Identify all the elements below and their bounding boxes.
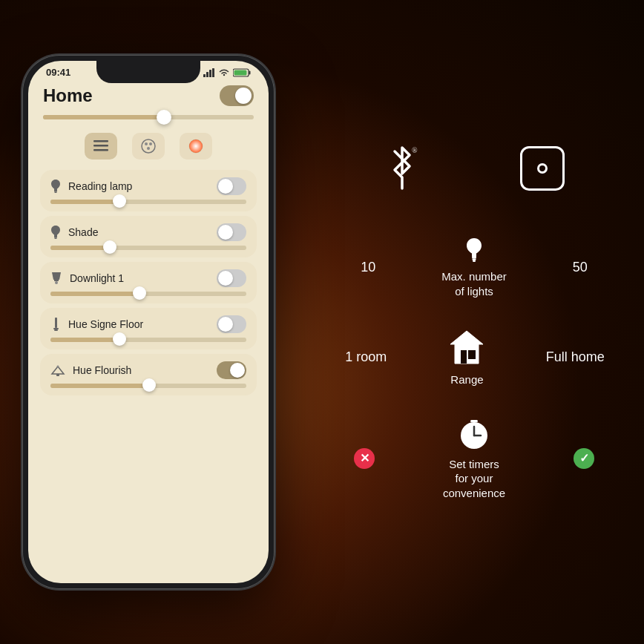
svg-rect-22	[55, 318, 57, 328]
status-time: 09:41	[46, 67, 70, 78]
signe-floor-icon	[50, 316, 61, 332]
timer-icon	[457, 417, 491, 451]
brightness-slider[interactable]	[43, 115, 254, 119]
tab-list[interactable]	[85, 133, 117, 160]
home-toggle[interactable]	[220, 85, 254, 106]
light-name-shade: Shade	[68, 226, 98, 238]
range-center: Range	[422, 328, 511, 387]
svg-rect-0	[203, 74, 206, 77]
max-lights-center: Max. number of lights	[430, 237, 519, 298]
bulb-feature-icon	[465, 237, 483, 263]
range-label: Range	[450, 372, 483, 387]
timers-feature-row: ✕ Set timers for your convenience ✓	[319, 417, 629, 501]
list-icon	[93, 140, 108, 152]
tab-palette[interactable]	[132, 133, 165, 160]
svg-rect-24	[54, 329, 58, 331]
light-item-shade: Shade	[40, 216, 257, 257]
svg-rect-9	[93, 149, 108, 151]
svg-rect-2	[209, 70, 211, 77]
toggle-shade[interactable]	[217, 223, 246, 241]
slider-flourish[interactable]	[50, 384, 246, 388]
battery-icon	[233, 68, 251, 77]
bulb-icon-shade	[50, 224, 61, 240]
max-lights-feature-row: 10 Max. number of lights 50	[319, 237, 629, 298]
svg-rect-30	[473, 260, 476, 262]
svg-rect-23	[53, 328, 59, 329]
color-wheel-icon	[188, 138, 204, 154]
max-lights-label: Max. number of lights	[441, 269, 507, 298]
slider-reading-lamp[interactable]	[50, 200, 246, 204]
svg-rect-6	[234, 70, 247, 75]
svg-rect-5	[249, 70, 251, 74]
svg-rect-8	[93, 145, 108, 147]
home-range-icon	[446, 328, 487, 367]
slider-downlight[interactable]	[50, 292, 246, 296]
min-lights-value: 10	[346, 260, 390, 275]
top-icons-row: ®	[319, 144, 629, 192]
svg-rect-38	[470, 420, 478, 422]
svg-rect-3	[212, 68, 214, 77]
signal-icon	[203, 68, 215, 77]
timers-center: Set timers for your convenience	[430, 417, 519, 501]
toggle-flourish[interactable]	[217, 361, 246, 379]
hub-dot	[537, 163, 548, 174]
bridge-feature	[520, 146, 565, 191]
svg-rect-28	[472, 257, 476, 259]
bluetooth-icon: ®	[384, 144, 421, 192]
phone-notch	[96, 61, 200, 83]
svg-rect-32	[461, 350, 467, 364]
svg-point-10	[142, 139, 155, 153]
range-left-value: 1 room	[344, 349, 388, 365]
timer-no-icon: ✕	[354, 448, 375, 469]
svg-point-11	[145, 142, 148, 145]
light-item-reading-lamp: Reading lamp	[40, 170, 257, 211]
svg-text:®: ®	[412, 146, 418, 154]
svg-rect-17	[55, 192, 57, 194]
light-item-flourish: Hue Flourish	[40, 354, 257, 395]
svg-point-12	[149, 142, 152, 145]
svg-rect-20	[54, 280, 59, 281]
toggle-reading-lamp[interactable]	[217, 177, 246, 195]
downlight-icon	[50, 271, 62, 286]
svg-rect-7	[93, 140, 108, 142]
light-name-downlight: Downlight 1	[70, 272, 124, 284]
tab-bar	[40, 127, 257, 165]
toggle-downlight[interactable]	[217, 269, 246, 287]
svg-rect-16	[54, 191, 57, 192]
palette-icon	[140, 138, 157, 154]
hub-icon	[520, 146, 565, 191]
light-name-signe: Hue Signe Floor	[68, 318, 143, 330]
bluetooth-feature: ®	[384, 144, 421, 192]
svg-rect-33	[468, 350, 476, 359]
max-lights-value: 50	[558, 260, 602, 275]
svg-point-26	[57, 366, 59, 368]
wifi-icon	[218, 68, 230, 77]
slider-shade[interactable]	[50, 246, 246, 250]
svg-rect-29	[472, 259, 476, 261]
brightness-row	[28, 112, 269, 127]
range-feature-row: 1 room Range Full home	[319, 328, 629, 387]
svg-point-13	[147, 147, 150, 150]
light-name-reading-lamp: Reading lamp	[68, 180, 132, 192]
tab-color[interactable]	[180, 133, 212, 160]
range-right-value: Full home	[546, 349, 605, 365]
light-name-flourish: Hue Flourish	[73, 364, 131, 376]
lights-list: Reading lamp	[28, 170, 269, 395]
timers-label: Set timers for your convenience	[443, 457, 505, 501]
svg-rect-19	[55, 238, 57, 240]
light-item-signe: Hue Signe Floor	[40, 308, 257, 349]
flourish-icon	[50, 364, 65, 377]
light-item-downlight: Downlight 1	[40, 262, 257, 303]
app-header: Home	[28, 81, 269, 112]
toggle-signe[interactable]	[217, 315, 246, 333]
timer-yes-icon: ✓	[574, 448, 594, 469]
svg-point-21	[55, 281, 58, 284]
status-icons	[203, 68, 251, 77]
svg-rect-18	[54, 237, 57, 238]
phone-mockup: 09:41	[22, 55, 275, 589]
svg-rect-25	[56, 374, 59, 376]
features-area: ® 10 Max. number of lights 50	[304, 0, 644, 644]
slider-signe[interactable]	[50, 338, 246, 342]
svg-rect-1	[206, 72, 208, 77]
bulb-icon-reading-lamp	[50, 178, 61, 194]
